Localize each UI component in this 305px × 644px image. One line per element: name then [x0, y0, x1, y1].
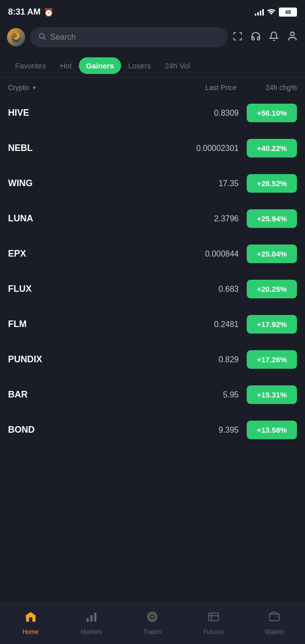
- crypto-price: 0.8309: [68, 109, 239, 118]
- svg-line-4: [44, 38, 46, 40]
- notification-icon[interactable]: [269, 31, 279, 44]
- alarm-icon: ⏰: [44, 8, 54, 17]
- change-badge: +25.94%: [247, 209, 297, 228]
- crypto-name: BAR: [8, 389, 68, 400]
- svg-point-3: [40, 34, 44, 38]
- nav-label-trades: Trades: [143, 628, 162, 635]
- crypto-price: 9.395: [68, 426, 239, 435]
- table-row[interactable]: PUNDIX 0.829 +17.26%: [8, 342, 297, 377]
- svg-rect-8: [90, 615, 92, 621]
- svg-rect-7: [86, 618, 88, 622]
- status-bar: 8:31 AM ⏰ 48: [0, 0, 305, 22]
- crypto-name: EPX: [8, 249, 68, 259]
- headset-icon[interactable]: [251, 31, 261, 44]
- nav-item-futures[interactable]: Futures: [193, 610, 234, 635]
- svg-rect-13: [209, 613, 219, 620]
- crypto-name: HIVE: [8, 108, 68, 118]
- expand-icon[interactable]: [233, 31, 243, 44]
- search-placeholder-text: Search: [50, 33, 76, 42]
- change-badge: +13.58%: [247, 421, 297, 439]
- nav-item-markets[interactable]: Markets: [71, 610, 112, 635]
- nav-item-trades[interactable]: Trades: [132, 610, 172, 635]
- change-column-header: 24h chg%: [247, 84, 297, 92]
- crypto-price: 17.35: [68, 179, 239, 188]
- crypto-name: FLUX: [8, 284, 68, 294]
- battery-indicator: 48: [279, 8, 297, 17]
- signal-bars-icon: [255, 9, 264, 16]
- home-icon: [24, 610, 37, 626]
- crypto-list: HIVE 0.8309 +56.10% NEBL 0.00002301 +40.…: [0, 96, 305, 448]
- crypto-price: 0.829: [68, 355, 239, 364]
- change-badge: +56.10%: [247, 104, 297, 122]
- nav-label-markets: Markets: [81, 628, 103, 635]
- change-badge: +28.52%: [247, 174, 297, 193]
- time-text: 8:31 AM: [8, 7, 41, 17]
- table-row[interactable]: HIVE 0.8309 +56.10%: [8, 96, 297, 131]
- markets-icon: [85, 610, 98, 626]
- crypto-name: FLM: [8, 319, 68, 330]
- crypto-name: BOND: [8, 425, 68, 435]
- nav-label-futures: Futures: [204, 628, 224, 635]
- table-row[interactable]: FLUX 0.683 +20.25%: [8, 272, 297, 307]
- table-row[interactable]: FLM 0.2481 +17.92%: [8, 307, 297, 342]
- table-row[interactable]: BOND 9.395 +13.58%: [8, 413, 297, 448]
- app-logo[interactable]: [7, 28, 25, 46]
- table-row[interactable]: EPX 0.000844 +25.04%: [8, 236, 297, 272]
- change-badge: +40.22%: [247, 139, 297, 157]
- crypto-price: 0.2481: [68, 320, 239, 329]
- table-row[interactable]: NEBL 0.00002301 +40.22%: [8, 131, 297, 166]
- table-row[interactable]: WING 17.35 +28.52%: [8, 166, 297, 201]
- crypto-price: 5.95: [68, 390, 239, 399]
- crypto-name: NEBL: [8, 143, 68, 153]
- bottom-nav: Home Markets Trades: [0, 604, 305, 644]
- change-badge: +17.26%: [247, 350, 297, 369]
- nav-label-wallets: Wallets: [265, 628, 284, 635]
- profile-icon[interactable]: [287, 31, 298, 44]
- search-bar[interactable]: Search: [30, 27, 228, 47]
- crypto-price: 0.000844: [68, 250, 239, 259]
- table-header: Crypto ▼ Last Price 24h chg%: [0, 77, 305, 96]
- tab-gainers[interactable]: Gainers: [79, 57, 121, 74]
- nav-item-home[interactable]: Home: [11, 610, 51, 635]
- price-column-header: Last Price: [206, 84, 237, 92]
- crypto-name: WING: [8, 178, 68, 189]
- battery-level: 48: [285, 9, 291, 15]
- crypto-header-label: Crypto: [8, 84, 29, 92]
- futures-icon: [207, 610, 220, 626]
- search-icon: [38, 32, 46, 42]
- change-badge: +17.92%: [247, 315, 297, 334]
- svg-rect-6: [29, 617, 32, 622]
- nav-label-home: Home: [23, 628, 39, 635]
- svg-point-5: [290, 32, 294, 35]
- crypto-name: LUNA: [8, 213, 68, 224]
- change-badge: +20.25%: [247, 280, 297, 298]
- crypto-price: 0.00002301: [68, 144, 239, 153]
- status-time: 8:31 AM ⏰: [8, 7, 54, 17]
- svg-point-2: [12, 33, 17, 38]
- change-badge: +25.04%: [247, 245, 297, 263]
- dropdown-arrow-icon: ▼: [32, 85, 37, 91]
- change-badge: +15.31%: [247, 385, 297, 404]
- table-row[interactable]: BAR 5.95 +15.31%: [8, 377, 297, 413]
- tab-hot[interactable]: Hot: [53, 57, 79, 74]
- tabs-bar: Favorites Hot Gainers Losers 24h Vol: [0, 52, 305, 77]
- crypto-price: 0.683: [68, 285, 239, 294]
- svg-rect-9: [94, 612, 96, 621]
- nav-item-wallets[interactable]: Wallets: [254, 610, 294, 635]
- status-icons: 48: [255, 8, 297, 17]
- tab-24hvol[interactable]: 24h Vol: [158, 57, 197, 74]
- tab-losers[interactable]: Losers: [121, 57, 158, 74]
- trades-icon: [146, 610, 159, 626]
- header-icons: [233, 31, 298, 44]
- wallets-icon: [268, 610, 281, 626]
- crypto-name: PUNDIX: [8, 354, 68, 365]
- header: Search: [0, 22, 305, 52]
- table-row[interactable]: LUNA 2.3796 +25.94%: [8, 201, 297, 236]
- crypto-column-header[interactable]: Crypto ▼: [8, 84, 37, 92]
- crypto-price: 2.3796: [68, 214, 239, 223]
- tab-favorites[interactable]: Favorites: [8, 57, 53, 74]
- svg-point-12: [151, 615, 153, 617]
- wifi-icon: [267, 8, 276, 17]
